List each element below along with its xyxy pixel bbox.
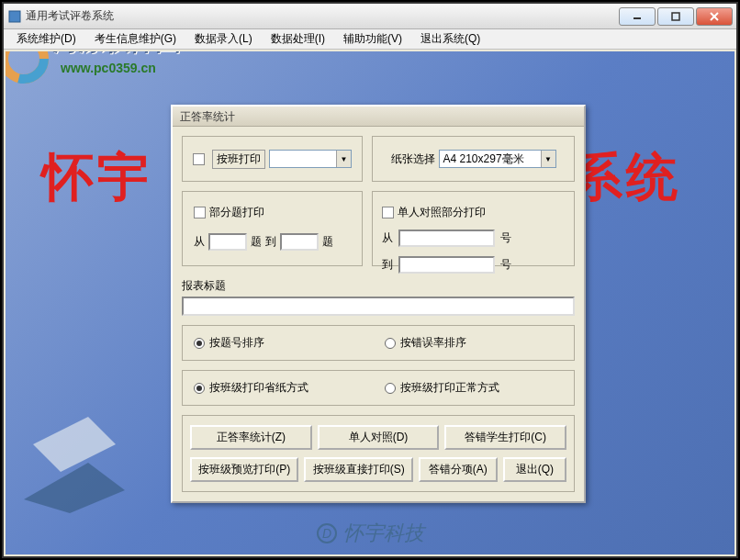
input-report-title[interactable] xyxy=(182,297,575,316)
svg-marker-7 xyxy=(24,463,125,513)
dialog-title: 正答率统计 xyxy=(173,106,584,127)
menu-process[interactable]: 数据处理(I) xyxy=(262,29,334,49)
combo-paper[interactable]: A4 210x297毫米 ▼ xyxy=(439,150,556,168)
label-to: 到 xyxy=(265,234,276,250)
combo-class[interactable]: ▼ xyxy=(269,150,352,168)
input-to-q[interactable] xyxy=(280,233,319,251)
background-bottom-text: D 怀宇科技 xyxy=(316,520,424,547)
radio-sort-qno-label[interactable]: 按题号排序 xyxy=(194,335,377,351)
label-byclass[interactable]: 按班打印 xyxy=(212,150,265,169)
checkbox-byclass[interactable] xyxy=(193,153,205,165)
chevron-down-icon: ▼ xyxy=(336,151,351,167)
input-to-no[interactable] xyxy=(398,256,495,274)
group-partial: 部分题打印 从 题 到 题 xyxy=(182,191,363,266)
group-single: 单人对照部分打印 从 号 到 号 xyxy=(372,191,575,266)
label-to2: 到 xyxy=(382,257,393,273)
radio-mode-save[interactable] xyxy=(194,383,205,394)
label-hao1: 号 xyxy=(500,230,511,246)
btn-preview[interactable]: 按班级预览打印(P) xyxy=(190,457,298,482)
svg-text:D: D xyxy=(322,526,331,541)
app-icon xyxy=(7,9,22,24)
checkbox-partial[interactable] xyxy=(194,207,206,218)
menu-student[interactable]: 考生信息维护(G) xyxy=(85,29,185,49)
menubar: 系统维护(D) 考生信息维护(G) 数据录入(L) 数据处理(I) 辅助功能(V… xyxy=(4,29,736,50)
radio-sort-err[interactable] xyxy=(385,338,396,349)
label-from2: 从 xyxy=(382,230,393,246)
close-button[interactable] xyxy=(696,7,733,26)
btn-wrong-items[interactable]: 答错分项(A) xyxy=(419,457,498,482)
group-paper: 纸张选择 A4 210x297毫米 ▼ xyxy=(372,136,575,182)
minimize-button[interactable] xyxy=(619,7,656,26)
menu-exit[interactable]: 退出系统(Q) xyxy=(411,29,489,49)
menu-assist[interactable]: 辅助功能(V) xyxy=(334,29,411,49)
btn-wrong-students[interactable]: 答错学生打印(C) xyxy=(444,425,566,450)
dialog-stats: 正答率统计 按班打印 ▼ 纸张选择 A4 210x297毫米 xyxy=(171,105,586,503)
client-area: 河漂软件园 www.pc0359.cn 怀宇 系统 D 怀宇科技 正答率统计 按… xyxy=(6,51,734,554)
menu-input[interactable]: 数据录入(L) xyxy=(185,29,262,49)
watermark-brand: 河漂软件园 xyxy=(53,51,182,59)
label-ti1: 题 xyxy=(251,234,262,250)
svg-rect-2 xyxy=(672,13,679,20)
label-report-title: 报表标题 xyxy=(182,278,575,294)
radio-mode-normal-label[interactable]: 按班级打印正常方式 xyxy=(385,380,499,396)
group-buttons: 正答率统计(Z) 单人对照(D) 答错学生打印(C) 按班级预览打印(P) 按班… xyxy=(182,415,575,492)
watermark-url: www.pc0359.cn xyxy=(61,61,156,75)
btn-single[interactable]: 单人对照(D) xyxy=(318,425,440,450)
checkbox-partial-label[interactable]: 部分题打印 xyxy=(194,205,264,220)
checkbox-single[interactable] xyxy=(382,207,394,218)
group-sort: 按题号排序 按错误率排序 xyxy=(182,325,575,361)
label-hao2: 号 xyxy=(500,257,511,273)
logo-b-icon: D xyxy=(316,522,338,544)
label-paper: 纸张选择 xyxy=(391,151,435,167)
menu-system[interactable]: 系统维护(D) xyxy=(7,29,85,49)
group-mode: 按班级打印省纸方式 按班级打印正常方式 xyxy=(182,370,575,406)
chevron-down-icon: ▼ xyxy=(541,151,555,167)
titlebar: 通用考试评卷系统 xyxy=(4,4,736,29)
input-from-q[interactable] xyxy=(208,233,247,251)
radio-sort-qno[interactable] xyxy=(194,338,205,349)
background-decor-icon xyxy=(15,408,143,518)
radio-mode-save-label[interactable]: 按班级打印省纸方式 xyxy=(194,380,377,396)
radio-sort-err-label[interactable]: 按错误率排序 xyxy=(385,335,466,351)
radio-mode-normal[interactable] xyxy=(385,383,396,394)
window-title: 通用考试评卷系统 xyxy=(26,8,619,24)
label-ti2: 题 xyxy=(322,234,333,250)
svg-marker-8 xyxy=(33,417,116,472)
group-byclass: 按班打印 ▼ xyxy=(182,136,363,182)
checkbox-single-label[interactable]: 单人对照部分打印 xyxy=(382,205,565,220)
label-from: 从 xyxy=(194,234,205,250)
watermark-logo-icon xyxy=(6,51,51,86)
btn-stats[interactable]: 正答率统计(Z) xyxy=(190,425,312,450)
btn-exit[interactable]: 退出(Q) xyxy=(503,457,566,482)
input-from-no[interactable] xyxy=(398,230,495,247)
btn-direct[interactable]: 按班级直接打印(S) xyxy=(304,457,412,482)
maximize-button[interactable] xyxy=(657,7,694,26)
svg-rect-0 xyxy=(9,11,20,22)
